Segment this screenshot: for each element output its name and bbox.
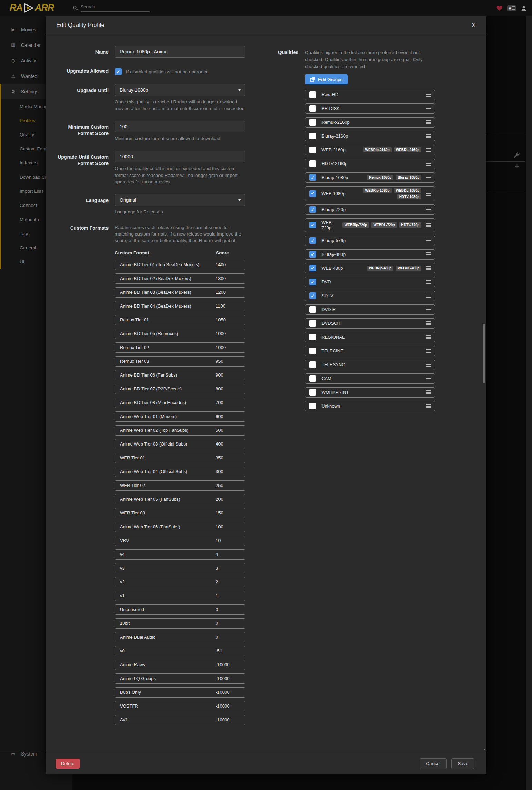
drag-handle-icon[interactable]: [426, 363, 431, 367]
format-row[interactable]: Anime Web Tier 02 (Top FanSubs) 500: [115, 425, 245, 436]
until-cf-score-field[interactable]: [115, 151, 245, 162]
format-row[interactable]: Anime BD Tier 06 (FanSubs) 900: [115, 370, 245, 380]
format-row[interactable]: Anime BD Tier 02 (SeaDex Muxers) 1300: [115, 273, 245, 284]
quality-item[interactable]: HDTV-2160p: [305, 159, 435, 169]
name-field[interactable]: [115, 46, 245, 58]
quality-item[interactable]: BR-DISK: [305, 103, 435, 114]
plus-icon[interactable]: +: [515, 162, 519, 171]
format-row[interactable]: Anime BD Tier 07 (P2P/Scene) 800: [115, 384, 245, 394]
quality-checkbox[interactable]: [309, 375, 316, 382]
donate-heart-icon[interactable]: [496, 6, 502, 11]
drag-handle-icon[interactable]: [426, 349, 431, 353]
drag-handle-icon[interactable]: [426, 335, 431, 339]
scrollbar-down-arrow-icon[interactable]: ▾: [483, 748, 485, 751]
format-row[interactable]: Uncensored 0: [115, 604, 245, 615]
format-row[interactable]: AV1 -10000: [115, 715, 245, 725]
format-row[interactable]: Anime Dual Audio 0: [115, 632, 245, 642]
format-row[interactable]: v4 4: [115, 549, 245, 560]
quality-item[interactable]: ✓ Bluray-720p: [305, 204, 435, 215]
quality-checkbox[interactable]: ✓: [309, 174, 316, 181]
drag-handle-icon[interactable]: [426, 239, 431, 242]
quality-checkbox[interactable]: [309, 147, 316, 153]
quality-checkbox[interactable]: [309, 306, 316, 313]
drag-handle-icon[interactable]: [426, 107, 431, 110]
quality-item[interactable]: ✓ WEB 1080p WEBRip-1080pWEBDL-1080pHDTV-…: [305, 186, 435, 201]
format-row[interactable]: Anime Web Tier 04 (Official Subs) 300: [115, 467, 245, 477]
drag-handle-icon[interactable]: [426, 223, 431, 227]
quality-checkbox[interactable]: [309, 320, 316, 327]
format-row[interactable]: v3 3: [115, 563, 245, 573]
drag-handle-icon[interactable]: [426, 208, 431, 211]
quality-item[interactable]: Remux-2160p: [305, 117, 435, 128]
quality-item[interactable]: ✓ Bluray-480p: [305, 249, 435, 260]
quality-item[interactable]: ✓ WEB 720p WEBRip-720pWEBDL-720pHDTV-720…: [305, 218, 435, 232]
drag-handle-icon[interactable]: [426, 120, 431, 124]
language-select[interactable]: Original ▾: [115, 194, 245, 206]
format-row[interactable]: v0 -51: [115, 646, 245, 656]
quality-item[interactable]: ✓ Bluray-576p: [305, 236, 435, 246]
page-scrollbar-track[interactable]: [526, 16, 532, 790]
quality-item[interactable]: ✓ SDTV: [305, 291, 435, 301]
format-row[interactable]: Anime Web Tier 06 (FanSubs) 100: [115, 522, 245, 532]
drag-handle-icon[interactable]: [426, 377, 431, 380]
quality-checkbox[interactable]: [309, 91, 316, 98]
format-row[interactable]: Dubs Only -10000: [115, 687, 245, 698]
format-row[interactable]: Remux Tier 02 1000: [115, 342, 245, 353]
quality-checkbox[interactable]: [309, 133, 316, 139]
format-row[interactable]: v2 2: [115, 577, 245, 587]
drag-handle-icon[interactable]: [426, 321, 431, 325]
quality-item[interactable]: ✓ Bluray-1080p Remux-1080pBluray-1080p: [305, 172, 435, 183]
format-row[interactable]: VRV 10: [115, 536, 245, 546]
format-row[interactable]: Remux Tier 03 950: [115, 356, 245, 367]
quality-checkbox[interactable]: ✓: [309, 206, 316, 213]
quality-checkbox[interactable]: ✓: [309, 292, 316, 299]
drag-handle-icon[interactable]: [426, 266, 431, 270]
quality-item[interactable]: Unknown: [305, 401, 435, 411]
format-row[interactable]: WEB Tier 03 150: [115, 508, 245, 518]
quality-item[interactable]: DVDSCR: [305, 318, 435, 329]
drag-handle-icon[interactable]: [426, 148, 431, 152]
radarr-logo[interactable]: RA ARR: [10, 2, 54, 13]
quality-checkbox[interactable]: [309, 403, 316, 409]
upgrade-until-select[interactable]: Bluray-1080p ▾: [115, 84, 245, 96]
format-row[interactable]: VOSTFR -10000: [115, 701, 245, 711]
format-row[interactable]: WEB Tier 02 250: [115, 480, 245, 491]
format-row[interactable]: Remux Tier 01 1050: [115, 315, 245, 325]
drag-handle-icon[interactable]: [426, 252, 431, 256]
drag-handle-icon[interactable]: [426, 162, 431, 166]
format-row[interactable]: Anime BD Tier 01 (Top SeaDex Muxers) 140…: [115, 260, 245, 270]
quality-item[interactable]: TELECINE: [305, 346, 435, 356]
quality-item[interactable]: WEB 2160p WEBRip-2160pWEBDL-2160p: [305, 145, 435, 155]
quality-checkbox[interactable]: ✓: [309, 237, 316, 244]
format-row[interactable]: Anime Web Tier 01 (Muxers) 600: [115, 411, 245, 422]
quality-item[interactable]: ✓ WEB 480p WEBRip-480pWEBDL-480p: [305, 263, 435, 273]
quality-checkbox[interactable]: ✓: [309, 190, 316, 197]
format-row[interactable]: v1 1: [115, 591, 245, 601]
quality-checkbox[interactable]: ✓: [309, 265, 316, 271]
quality-item[interactable]: DVD-R: [305, 304, 435, 315]
drag-handle-icon[interactable]: [426, 404, 431, 408]
quality-checkbox[interactable]: [309, 160, 316, 167]
edit-groups-button[interactable]: Edit Groups: [305, 74, 348, 84]
quality-item[interactable]: TELESYNC: [305, 360, 435, 370]
drag-handle-icon[interactable]: [426, 134, 431, 138]
wrench-icon[interactable]: [514, 152, 520, 159]
quality-checkbox[interactable]: [309, 389, 316, 396]
format-row[interactable]: Anime Web Tier 05 (FanSubs) 200: [115, 494, 245, 504]
quality-item[interactable]: ✓ DVD: [305, 277, 435, 287]
quality-checkbox[interactable]: [309, 334, 316, 340]
drag-handle-icon[interactable]: [426, 176, 431, 179]
drag-handle-icon[interactable]: [426, 294, 431, 298]
drag-handle-icon[interactable]: [426, 390, 431, 394]
modal-scrollbar-thumb[interactable]: [483, 324, 485, 383]
user-icon[interactable]: [521, 6, 526, 11]
quality-checkbox[interactable]: ✓: [309, 222, 316, 228]
format-row[interactable]: 10bit 0: [115, 618, 245, 629]
format-row[interactable]: Anime Web Tier 03 (Official Subs) 400: [115, 439, 245, 449]
quality-item[interactable]: Bluray-2160p: [305, 131, 435, 141]
quality-item[interactable]: Raw-HD: [305, 90, 435, 100]
format-row[interactable]: Anime BD Tier 08 (Mini Encodes) 700: [115, 398, 245, 408]
format-row[interactable]: Anime BD Tier 03 (SeaDex Muxers) 1200: [115, 287, 245, 298]
quality-checkbox[interactable]: [309, 361, 316, 368]
quality-checkbox[interactable]: [309, 105, 316, 112]
